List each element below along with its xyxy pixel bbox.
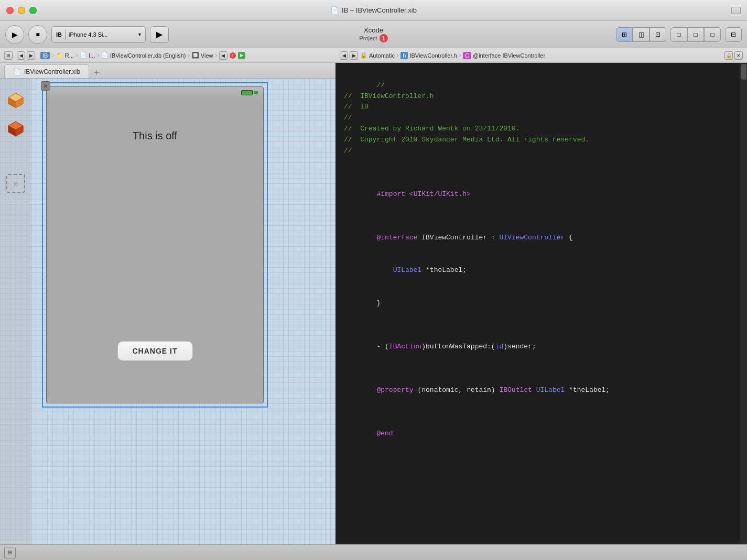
play-indicator[interactable]: ▶ <box>238 52 245 59</box>
minimize-button[interactable] <box>18 7 25 14</box>
code-uilabel: UILabel <box>393 266 422 274</box>
close-button[interactable] <box>6 7 14 14</box>
iphone-statusbar <box>47 87 263 98</box>
code-back-arrow[interactable]: ◀ <box>340 51 348 60</box>
code-brace-close: } <box>376 299 381 307</box>
code-breadcrumb: ◀ ▶ 🔒 Automatic › h IBViewController.h ›… <box>340 51 743 60</box>
breadcrumb-divider3: › <box>97 52 99 58</box>
run-icon: ▶ <box>156 29 163 39</box>
3d-cube-icon-2[interactable] <box>4 117 27 140</box>
code-button-method: )buttonWasTapped:( <box>421 343 495 350</box>
utilities-button[interactable]: □ <box>704 27 721 42</box>
toolbar: ▶ ■ IB iPhone 4.3 Si... ▾ ▶ Xcode Projec… <box>0 21 747 48</box>
error-badge: 1 <box>380 34 388 42</box>
stop-button[interactable]: ■ <box>28 25 47 44</box>
code-property: @property <box>376 386 413 394</box>
chevron-down-icon: ▾ <box>138 31 141 37</box>
breadcrumb-interface[interactable]: C @interface IBViewController <box>463 52 545 59</box>
breadcrumb-xib[interactable]: 📄 IBViewController.xib (English) <box>101 52 186 59</box>
code-id: id <box>495 343 504 350</box>
editor-view-group: ⊞ ◫ ⊡ <box>616 27 666 42</box>
label-text: This is off <box>133 130 177 142</box>
code-editor: // // IBViewController.h // IB // // Cre… <box>335 63 747 457</box>
code-dash: - ( <box>376 343 388 350</box>
code-brace-open: { <box>565 234 573 241</box>
navigator-button[interactable]: □ <box>670 27 687 42</box>
code-line-1: // // IBViewController.h // IB // // Cre… <box>344 81 589 155</box>
breadcrumb-view[interactable]: 🔲 View <box>192 52 213 59</box>
tab-ibviewcontroller[interactable]: 📄 IBViewController.xib <box>4 64 89 78</box>
organizer-button[interactable]: ⊟ <box>725 27 742 42</box>
error-indicator: ! <box>230 52 236 59</box>
code-lock-button[interactable]: 🔒 <box>724 51 733 60</box>
3d-cube-icon-1[interactable] <box>4 89 27 112</box>
traffic-lights[interactable] <box>6 7 37 14</box>
tab-label: IBViewController.xib <box>24 68 80 75</box>
i-label: I... <box>89 52 95 59</box>
change-it-button[interactable]: CHANGE IT <box>117 341 193 361</box>
library-icon[interactable]: ⊞ <box>4 172 27 195</box>
maximize-button[interactable] <box>29 7 37 14</box>
view-label: View <box>201 52 213 59</box>
object-library-sidebar: ⊞ <box>0 79 31 560</box>
code-interface-class: IBViewController : <box>417 234 499 241</box>
breadcrumb-divider: › <box>52 52 53 58</box>
standard-editor-button[interactable]: ⊞ <box>616 27 633 42</box>
battery-icon <box>241 90 253 95</box>
code-ibaction: IBAction <box>389 343 421 350</box>
code-uiviewcontroller: UIViewController <box>499 234 565 241</box>
code-iboutlet: IBOutlet <box>499 386 532 394</box>
breadcrumb-r[interactable]: 📁 R... <box>56 52 74 59</box>
xib-label: IBViewController.xib (English) <box>110 52 186 59</box>
xib-icon: 📄 <box>101 52 109 59</box>
scheme-name: IB <box>56 31 62 38</box>
title-icon: 📄 <box>330 6 339 14</box>
back-arrow2[interactable]: ◀ <box>219 51 228 60</box>
breadcrumb-header[interactable]: h IBViewController.h <box>400 52 457 59</box>
code-divider2: › <box>459 52 461 58</box>
interface-label: @interface IBViewController <box>473 52 545 59</box>
back-arrow[interactable]: ◀ <box>17 51 25 60</box>
play-button[interactable]: ▶ <box>5 25 24 44</box>
breadcrumb-automatic[interactable]: 🔒 Automatic <box>360 52 395 59</box>
close-icon[interactable]: ✕ <box>41 81 50 91</box>
debug-button[interactable]: □ <box>687 27 704 42</box>
status-grid-button[interactable]: ⊞ <box>4 547 16 558</box>
scheme-selector[interactable]: IB iPhone 4.3 Si... ▾ <box>51 26 146 43</box>
breadcrumb-ib[interactable]: IB <box>40 52 50 59</box>
assistant-editor-button[interactable]: ◫ <box>633 27 649 42</box>
stop-icon: ■ <box>36 31 39 38</box>
expand-button[interactable] <box>731 7 741 14</box>
scrollbar-thumb[interactable] <box>741 64 746 80</box>
ib-badge: IB <box>40 52 50 59</box>
breadcrumb-divider5: › <box>215 52 217 58</box>
code-sender: )sender; <box>503 343 536 350</box>
title-bar: 📄 IB – IBViewController.xib <box>0 0 747 21</box>
scrollbar[interactable] <box>740 63 747 560</box>
automatic-label: Automatic <box>369 52 395 59</box>
run-destination-button[interactable]: ▶ <box>150 26 169 43</box>
class-icon: C <box>463 52 471 59</box>
grid-button[interactable]: ⊞ <box>4 51 13 60</box>
code-divider1: › <box>397 52 398 58</box>
project-label: Project <box>359 35 377 41</box>
code-the-label: *theLabel; <box>565 386 610 394</box>
code-property-attrs: (nonatomic, retain) <box>414 386 500 394</box>
code-forward-arrow[interactable]: ▶ <box>350 51 358 60</box>
add-tab-button[interactable]: + <box>91 68 102 78</box>
version-editor-button[interactable]: ⊡ <box>649 27 666 42</box>
xcode-status: Project 1 <box>359 34 387 42</box>
ib-breadcrumb: ⊞ ◀ ▶ IB › 📁 R... › 📄 I... › 📄 IBViewCon… <box>4 51 340 60</box>
forward-arrow[interactable]: ▶ <box>27 51 35 60</box>
breadcrumb-bar: ⊞ ◀ ▶ IB › 📁 R... › 📄 I... › 📄 IBViewCon… <box>0 48 747 63</box>
ib-canvas-container: 📄 IBViewController.xib + <box>0 63 335 560</box>
code-close-button[interactable]: ✕ <box>734 51 743 60</box>
toolbar-right: ⊞ ◫ ⊡ □ □ □ ⊟ <box>616 27 742 42</box>
code-editor-panel: // // IBViewController.h // IB // // Cre… <box>335 63 747 560</box>
iphone-frame: This is off CHANGE IT <box>46 86 264 403</box>
play-icon: ▶ <box>12 30 18 39</box>
view-icon: 🔲 <box>192 52 199 59</box>
breadcrumb-i[interactable]: 📄 I... <box>80 52 95 59</box>
header-label: IBViewController.h <box>409 52 457 59</box>
code-breadcrumb-nav: ◀ ▶ <box>340 51 358 60</box>
